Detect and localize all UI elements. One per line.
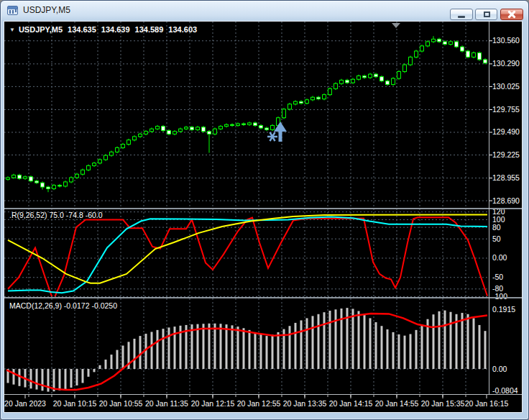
bull-candle — [432, 39, 436, 42]
bull-candle — [340, 80, 344, 83]
macd-histogram-bar — [231, 325, 234, 369]
macd-histogram-bar — [139, 336, 142, 369]
macd-histogram-bar — [450, 312, 452, 369]
bear-candle — [35, 181, 39, 183]
minimize-icon — [458, 16, 465, 18]
macd-histogram-bar — [415, 330, 418, 369]
bull-candle — [179, 129, 183, 132]
macd-histogram-bar — [93, 369, 96, 372]
bear-candle — [29, 177, 33, 181]
bull-candle — [70, 178, 73, 182]
macd-histogram-bar — [36, 369, 38, 390]
bull-candle — [24, 177, 27, 178]
macd-histogram-bar — [59, 369, 61, 391]
macd-histogram-bar — [369, 318, 372, 369]
time-axis-label: 20 Jan 11:35 — [145, 399, 188, 408]
macd-histogram-bar — [392, 332, 395, 369]
price-axis-label: 129.490 — [492, 127, 520, 136]
bull-candle — [98, 160, 102, 163]
bear-candle — [346, 80, 349, 83]
symbol-timeframe-label: USDJPY,M5 — [19, 25, 63, 34]
macd-histogram-bar — [266, 336, 268, 369]
bull-candle — [328, 88, 332, 94]
macd-histogram-bar — [122, 346, 124, 369]
macd-histogram-bar — [19, 369, 21, 386]
bull-candle — [288, 104, 292, 109]
bull-candle — [12, 175, 16, 178]
bull-candle — [248, 123, 252, 124]
close-button[interactable] — [500, 9, 523, 20]
bear-candle — [167, 131, 171, 134]
macd-histogram-bar — [214, 324, 216, 369]
macd-histogram-bar — [438, 311, 441, 369]
restore-icon — [484, 12, 490, 17]
pane-separator[interactable] — [4, 208, 522, 209]
bull-candle — [75, 174, 79, 178]
bull-candle — [305, 100, 309, 104]
bull-candle — [127, 140, 131, 145]
macd-histogram-bar — [364, 314, 366, 369]
bull-candle — [271, 125, 275, 129]
bull-candle — [397, 72, 401, 79]
macd-histogram-bar — [42, 369, 44, 391]
bull-candle — [121, 145, 125, 148]
bull-candle — [357, 76, 361, 79]
quick-menu-dropdown-icon[interactable]: ▼ — [9, 27, 15, 33]
time-axis-label: 20 Jan 14:55 — [375, 399, 419, 408]
bear-candle — [162, 127, 165, 131]
bear-candle — [242, 124, 246, 124]
minimize-button[interactable] — [450, 9, 473, 20]
bear-candle — [438, 39, 441, 42]
macd-histogram-bar — [157, 330, 159, 369]
macd-histogram-bar — [306, 318, 308, 369]
macd-histogram-bar — [30, 369, 32, 388]
macd-histogram-bar — [208, 324, 211, 369]
bull-candle — [392, 78, 395, 84]
bull-candle — [403, 65, 407, 72]
macd-axis-label: -0.0804 — [492, 386, 518, 395]
macd-histogram-bar — [254, 332, 257, 369]
chart-window-icon[interactable] — [7, 6, 18, 15]
quote-high: 134.639 — [101, 25, 130, 34]
bull-candle — [311, 97, 315, 100]
bull-candle — [236, 124, 240, 125]
macd-histogram-bar — [375, 322, 377, 369]
macd-histogram-bar — [111, 355, 113, 369]
bull-candle — [225, 124, 229, 126]
oscillator-axis-label: 0.00 — [492, 253, 507, 262]
bull-candle — [144, 132, 148, 134]
bull-candle — [415, 51, 418, 57]
macd-indicator-label: MACD(12,26,9) -0.0172 -0.0250 — [9, 301, 117, 310]
macd-histogram-bar — [116, 350, 119, 369]
macd-histogram-bar — [318, 314, 320, 369]
bull-candle — [213, 129, 217, 134]
bear-candle — [231, 124, 234, 125]
time-axis-label: 20 Jan 16:15 — [465, 399, 509, 408]
bear-candle — [461, 47, 464, 51]
pane-separator[interactable] — [4, 297, 522, 298]
bear-candle — [443, 42, 447, 45]
bear-candle — [41, 183, 45, 187]
bull-candle — [282, 109, 286, 118]
bear-candle — [202, 127, 206, 132]
restore-button[interactable] — [475, 9, 497, 20]
price-axis-label: 130.560 — [492, 36, 520, 45]
macd-histogram-bar — [76, 369, 78, 385]
bull-candle — [93, 163, 96, 166]
oscillator-axis-label: 50 — [492, 234, 501, 243]
bull-candle — [150, 129, 154, 132]
bear-candle — [478, 52, 482, 60]
window-titlebar[interactable]: USDJPY,M5 — [1, 1, 528, 21]
macd-histogram-bar — [260, 334, 262, 370]
quote-open: 134.635 — [68, 25, 96, 34]
macd-histogram-bar — [295, 323, 297, 369]
price-axis-label: 130.290 — [492, 59, 520, 68]
macd-histogram-bar — [65, 369, 67, 389]
macd-histogram-bar — [82, 369, 84, 383]
quote-close: 134.603 — [168, 25, 197, 34]
oscillator-axis-label: 80 — [492, 223, 501, 232]
macd-histogram-bar — [312, 316, 314, 369]
macd-histogram-bar — [341, 309, 343, 369]
macd-histogram-bar — [300, 320, 303, 369]
price-axis-label: 128.690 — [492, 196, 520, 205]
